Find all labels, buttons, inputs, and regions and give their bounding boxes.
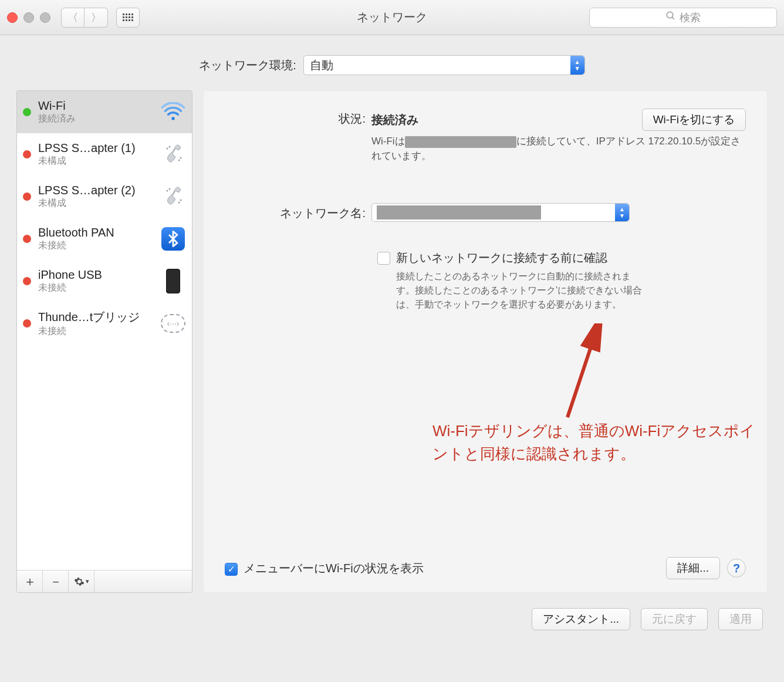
status-dot-icon <box>23 193 31 201</box>
serial-icon <box>160 141 186 167</box>
remove-interface-button[interactable]: － <box>43 570 69 592</box>
sidebar-item-status: 未接続 <box>38 239 160 252</box>
grid-icon <box>123 13 133 21</box>
status-dot-icon <box>23 108 31 116</box>
network-name-select[interactable]: ▲▼ <box>371 203 630 222</box>
svg-point-7 <box>169 188 171 190</box>
sidebar-item-status: 接続済み <box>38 113 160 125</box>
sidebar-item-name: LPSS S…apter (2) <box>38 184 160 197</box>
location-value: 自動 <box>310 58 333 73</box>
svg-point-6 <box>167 190 168 192</box>
sidebar-item-name: iPhone USB <box>38 268 160 282</box>
sidebar-item-status: 未接続 <box>38 325 160 337</box>
dropdown-stepper-icon: ▲▼ <box>615 204 629 221</box>
search-input[interactable]: 検索 <box>589 8 777 28</box>
search-icon <box>665 11 676 24</box>
status-dot-icon <box>23 235 31 243</box>
svg-line-11 <box>567 329 597 417</box>
show-all-button[interactable] <box>116 8 140 28</box>
sidebar-item-name: Bluetooth PAN <box>38 226 160 239</box>
wifi-off-button[interactable]: Wi-Fiを切にする <box>642 109 746 131</box>
serial-icon <box>160 184 186 210</box>
location-label: ネットワーク環境: <box>199 58 296 73</box>
svg-point-4 <box>178 160 180 161</box>
sidebar-item[interactable]: Bluetooth PAN未接続 <box>17 218 192 260</box>
show-in-menubar-checkbox[interactable]: ✓ <box>225 563 238 576</box>
svg-point-8 <box>178 202 180 204</box>
help-button[interactable]: ? <box>727 559 746 578</box>
sidebar-item-status: 未構成 <box>38 197 160 210</box>
add-interface-button[interactable]: ＋ <box>17 570 43 592</box>
assistant-button[interactable]: アシスタント... <box>532 608 630 630</box>
svg-point-2 <box>167 148 168 150</box>
location-select[interactable]: 自動 ▲▼ <box>303 55 585 75</box>
minimize-icon <box>23 12 34 23</box>
ask-before-join-description: 接続したことのあるネットワークに自動的に接続されます。接続したことのあるネットワ… <box>396 269 643 312</box>
sidebar-item[interactable]: Thunde…tブリッジ未接続‹···› <box>17 302 192 345</box>
iphone-icon <box>160 268 186 294</box>
search-placeholder: 検索 <box>680 11 701 25</box>
sidebar-item-status: 未構成 <box>38 155 160 167</box>
svg-point-5 <box>180 157 182 159</box>
status-value: 接続済み <box>371 112 418 128</box>
detail-panel: 状況: 接続済み Wi-Fiを切にする Wi-Fiはに接続していて、IPアドレス… <box>203 90 768 593</box>
sidebar-item-name: Thunde…tブリッジ <box>38 309 160 325</box>
sidebar-item[interactable]: Wi-Fi接続済み <box>17 91 192 133</box>
svg-point-3 <box>169 146 171 148</box>
sidebar-item[interactable]: LPSS S…apter (1)未構成 <box>17 133 192 175</box>
location-bar: ネットワーク環境: 自動 ▲▼ <box>0 35 784 90</box>
sidebar-footer: ＋ － ▾ <box>17 570 192 592</box>
titlebar: 〈 〉 ネットワーク 検索 <box>0 0 784 35</box>
status-dot-icon <box>23 319 31 328</box>
forward-button[interactable]: 〉 <box>85 8 108 28</box>
ask-before-join-row: 新しいネットワークに接続する前に確認 接続したことのあるネットワークに自動的に接… <box>377 250 746 312</box>
status-dot-icon <box>23 150 31 158</box>
sidebar-item-status: 未接続 <box>38 282 160 294</box>
show-in-menubar-label: メニューバーにWi-Fiの状況を表示 <box>244 561 424 576</box>
apply-button[interactable]: 適用 <box>718 608 763 630</box>
wifi-icon <box>160 99 186 125</box>
svg-line-1 <box>672 17 674 19</box>
svg-point-9 <box>180 200 182 201</box>
interface-actions-button[interactable]: ▾ <box>69 570 94 592</box>
status-label: 状況: <box>225 109 371 127</box>
sidebar-item-name: LPSS S…apter (1) <box>38 141 160 155</box>
sidebar-item-name: Wi-Fi <box>38 99 160 113</box>
sidebar-item[interactable]: iPhone USB未接続 <box>17 260 192 302</box>
zoom-icon <box>40 12 50 23</box>
status-description: Wi-Fiはに接続していて、IPアドレス 172.20.10.5が設定されていま… <box>371 134 746 163</box>
status-dot-icon <box>23 277 31 285</box>
annotation-text: Wi-Fiテザリングは、普通のWi-Fiアクセスポイントと同様に認識されます。 <box>432 420 767 465</box>
svg-point-0 <box>667 12 673 18</box>
thunderbolt-icon: ‹···› <box>160 310 186 336</box>
redacted-network-name <box>377 205 541 220</box>
revert-button[interactable]: 元に戻す <box>641 608 708 630</box>
traffic-lights <box>7 12 50 23</box>
annotation-arrow-icon <box>556 323 609 423</box>
ask-before-join-label: 新しいネットワークに接続する前に確認 <box>396 250 643 266</box>
network-sidebar: Wi-Fi接続済みLPSS S…apter (1)未構成LPSS S…apter… <box>16 90 192 593</box>
advanced-button[interactable]: 詳細... <box>666 557 720 579</box>
redacted-ssid <box>405 136 516 148</box>
back-button[interactable]: 〈 <box>61 8 85 28</box>
sidebar-item[interactable]: LPSS S…apter (2)未構成 <box>17 175 192 218</box>
bluetooth-icon <box>160 226 186 252</box>
dropdown-stepper-icon: ▲▼ <box>570 56 584 75</box>
network-name-label: ネットワーク名: <box>225 203 371 221</box>
ask-before-join-checkbox[interactable] <box>377 252 390 265</box>
bottom-bar: アシスタント... 元に戻す 適用 <box>0 593 784 646</box>
close-icon[interactable] <box>7 12 18 23</box>
